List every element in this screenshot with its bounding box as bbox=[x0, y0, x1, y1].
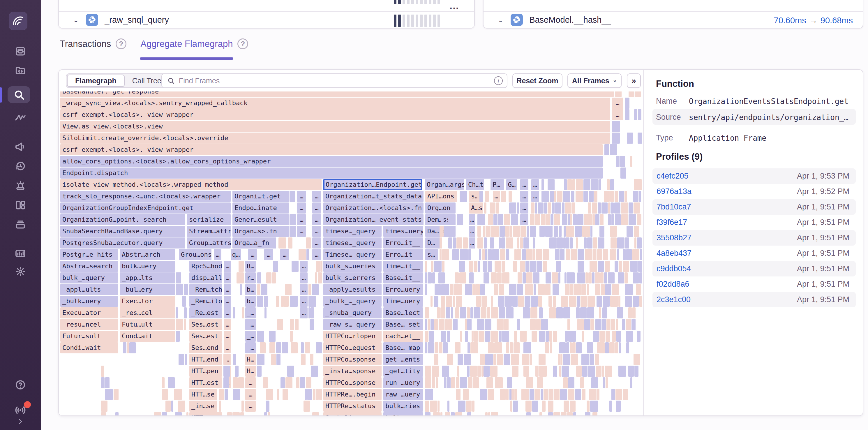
flamegraph-frame[interactable] bbox=[530, 319, 536, 330]
flamegraph-frame[interactable] bbox=[477, 319, 485, 330]
flamegraph-frame[interactable] bbox=[439, 226, 444, 237]
flamegraph-frame[interactable] bbox=[499, 238, 501, 248]
flamegraph-frame[interactable] bbox=[499, 226, 505, 237]
flamegraph-frame[interactable] bbox=[497, 272, 502, 283]
flamegraph-frame[interactable] bbox=[499, 284, 504, 295]
flamegraph-frame[interactable] bbox=[257, 354, 265, 365]
flamegraph-frame[interactable]: Time…uery bbox=[383, 296, 423, 307]
flamegraph-frame[interactable] bbox=[588, 296, 594, 307]
flamegraph-frame[interactable]: bulk_s…ueries bbox=[323, 261, 381, 272]
flamegraph-frame[interactable] bbox=[530, 261, 536, 272]
flamegraph-frame[interactable] bbox=[566, 226, 574, 237]
flamegraph-frame[interactable] bbox=[457, 366, 459, 377]
flamegraph-frame[interactable] bbox=[618, 272, 624, 283]
flamegraph-frame[interactable] bbox=[306, 238, 311, 248]
flamegraph-frame[interactable] bbox=[534, 389, 540, 400]
flamegraph-frame[interactable] bbox=[285, 377, 292, 388]
flamegraph-frame[interactable] bbox=[499, 331, 502, 342]
flamegraph-frame[interactable] bbox=[525, 296, 530, 307]
flamegraph-frame[interactable] bbox=[525, 261, 529, 272]
flamegraph-frame[interactable]: … bbox=[469, 238, 475, 248]
flamegraph-frame[interactable] bbox=[572, 214, 577, 225]
flamegraph-frame[interactable] bbox=[488, 214, 493, 225]
flamegraph-frame[interactable]: … bbox=[264, 249, 273, 260]
flamegraph-frame[interactable] bbox=[472, 401, 475, 412]
flamegraph-frame[interactable] bbox=[456, 377, 459, 388]
flamegraph-frame[interactable] bbox=[616, 401, 621, 412]
sidebar-item-releases[interactable] bbox=[0, 215, 41, 234]
flamegraph-frame[interactable] bbox=[585, 412, 590, 416]
flamegraph-frame[interactable] bbox=[487, 377, 493, 388]
flamegraph-frame[interactable] bbox=[549, 238, 557, 248]
flamegraph-frame[interactable] bbox=[562, 366, 569, 377]
flamegraph-frame[interactable] bbox=[563, 191, 570, 202]
flamegraph-frame[interactable]: … bbox=[224, 342, 231, 354]
flamegraph-frame[interactable] bbox=[453, 296, 455, 307]
flamegraph-frame[interactable] bbox=[101, 366, 104, 377]
flamegraph-frame[interactable] bbox=[598, 238, 604, 248]
flamegraph-frame[interactable] bbox=[486, 226, 491, 237]
flamegraph-frame[interactable] bbox=[425, 319, 427, 330]
flamegraph-frame[interactable] bbox=[162, 412, 167, 416]
flamegraph-frame[interactable] bbox=[480, 389, 487, 400]
flamegraph-frame[interactable]: bulk…uery bbox=[120, 261, 175, 272]
flamegraph-frame[interactable] bbox=[507, 377, 513, 388]
flamegraph-frame[interactable] bbox=[538, 203, 544, 214]
flamegraph-frame[interactable] bbox=[266, 389, 274, 400]
flamegraph-frame[interactable] bbox=[565, 331, 568, 342]
flamegraph-frame[interactable] bbox=[434, 319, 438, 330]
flamegraph-frame[interactable] bbox=[520, 331, 527, 342]
flamegraph-frame[interactable]: raw_…uery bbox=[383, 389, 423, 400]
flamegraph-frame[interactable]: … bbox=[612, 109, 623, 120]
flamegraph-frame[interactable]: Execu…ator bbox=[60, 307, 118, 318]
flamegraph-frame[interactable] bbox=[306, 249, 309, 260]
flamegraph-frame[interactable] bbox=[101, 401, 107, 412]
flamegraph-frame[interactable] bbox=[287, 366, 294, 377]
flamegraph-frame[interactable] bbox=[607, 319, 610, 330]
flamegraph-frame[interactable] bbox=[520, 238, 523, 248]
flamegraph-frame[interactable] bbox=[517, 319, 520, 330]
flamegraph-frame[interactable] bbox=[285, 284, 291, 295]
duration-before[interactable]: 70.60ms bbox=[774, 16, 806, 25]
flamegraph-frame[interactable] bbox=[576, 238, 578, 248]
flamegraph-frame[interactable]: serialize bbox=[187, 214, 231, 225]
flamegraph-frame[interactable] bbox=[467, 366, 469, 377]
flamegraph-frame[interactable] bbox=[530, 354, 532, 365]
flamegraph-frame[interactable] bbox=[301, 342, 304, 354]
flamegraph-frame[interactable] bbox=[484, 238, 487, 248]
flamegraph-frame[interactable] bbox=[618, 366, 626, 377]
flamegraph-frame[interactable] bbox=[561, 296, 568, 307]
flamegraph-frame[interactable] bbox=[531, 296, 538, 307]
flamegraph-frame[interactable] bbox=[548, 401, 553, 412]
flamegraph-frame[interactable] bbox=[502, 272, 509, 283]
flamegraph-frame[interactable] bbox=[542, 261, 547, 272]
flamegraph-frame[interactable] bbox=[440, 307, 445, 318]
flamegraph-frame[interactable] bbox=[614, 203, 620, 214]
flamegraph-frame[interactable] bbox=[431, 296, 433, 307]
flamegraph-frame[interactable] bbox=[474, 261, 478, 272]
flamegraph-frame[interactable]: … bbox=[469, 214, 475, 225]
flamegraph-frame[interactable] bbox=[308, 307, 310, 318]
flamegraph-frame[interactable] bbox=[559, 226, 562, 237]
flamegraph-frame[interactable] bbox=[468, 249, 471, 260]
flamegraph-frame[interactable] bbox=[637, 331, 641, 342]
flamegraph-frame[interactable] bbox=[451, 412, 455, 416]
sidebar-item-dashboards[interactable] bbox=[0, 196, 41, 214]
flamegraph-frame[interactable] bbox=[574, 284, 581, 295]
flamegraph-frame[interactable] bbox=[580, 307, 587, 318]
flamegraph-frame[interactable] bbox=[271, 354, 276, 365]
flamegraph-frame[interactable] bbox=[483, 261, 487, 272]
flamegraph-frame[interactable] bbox=[291, 342, 298, 354]
flamegraph-frame[interactable] bbox=[435, 342, 438, 354]
flamegraph-frame[interactable]: P… bbox=[491, 179, 504, 190]
flamegraph-frame[interactable] bbox=[320, 261, 322, 272]
flamegraph-frame[interactable] bbox=[545, 342, 550, 354]
flamegraph-frame[interactable]: Postgr…e_hits bbox=[60, 249, 118, 260]
flamegraph-frame[interactable] bbox=[456, 389, 461, 400]
flamegraph-frame[interactable] bbox=[628, 214, 636, 225]
flamegraph-frame[interactable] bbox=[296, 377, 300, 388]
flamegraph-frame[interactable]: Stream…attrs bbox=[187, 226, 231, 237]
sidebar-item-help[interactable] bbox=[0, 375, 41, 394]
flamegraph-frame[interactable] bbox=[233, 307, 235, 318]
flamegraph-frame[interactable] bbox=[444, 319, 448, 330]
